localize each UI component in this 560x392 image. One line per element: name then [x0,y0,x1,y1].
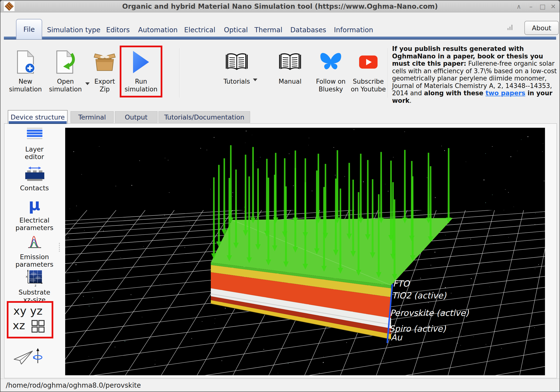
layer-label: Au [391,333,402,342]
menu-item-electrical[interactable]: Electrical [184,26,215,34]
follow-bluesky-button[interactable]: Follow onBluesky [310,47,352,98]
tab-device-structure[interactable]: Device structure [8,110,68,124]
toolbar-separator [179,48,180,98]
citation-bold-end2: work [392,97,410,104]
simulation-path: /home/rod/oghma/oghma8.0/perovskite [6,381,141,389]
rotate-axis-icon [32,348,44,365]
menu-item-simulation-type[interactable]: Simulation type [47,26,100,34]
menu-underline [4,37,556,40]
document-open-icon [55,50,76,74]
citation-bold-mid: along with these [424,90,486,97]
two-papers-link[interactable]: two papers [486,90,525,97]
layer-label: TiO2 (active) [392,291,447,300]
sidebar-item-emission-parameters[interactable]: Emissionparameters [4,253,65,268]
youtube-icon [359,55,378,69]
fly-scene-button[interactable] [12,350,33,366]
sidebar-splitter-handle[interactable] [59,242,60,253]
run-simulation-highlight [120,46,162,98]
menu-item-editors[interactable]: Editors [106,26,130,34]
svg-text:z: z [35,284,36,287]
menu-item-thermal[interactable]: Thermal [254,26,282,34]
book-icon [226,53,248,71]
tutorials-button[interactable]: Tutorials [216,47,257,98]
menu-tab-file[interactable]: File [16,19,42,39]
window-title: Organic and hybrid Material Nano Simulat… [0,2,560,10]
layer-label: FTO [393,279,410,289]
layer-label: Perovskite (active) [390,308,469,318]
menu-item-databases[interactable]: Databases [290,26,326,34]
selected-tab-indicator [9,121,67,124]
tab-output[interactable]: Output [115,111,158,123]
substrate-xz-icon[interactable]: x z [25,269,44,289]
title-bar[interactable]: Organic and hybrid Material Nano Simulat… [0,0,560,12]
manual-button[interactable]: Manual [270,47,311,98]
contacts-icon[interactable] [24,166,45,183]
export-zip-button[interactable]: ExportZip [87,47,123,98]
paper-plane-icon [12,350,33,365]
view-buttons-highlight [7,301,53,338]
device-3d-scene: FTOTiO2 (active)Perovskite (active)Spiro… [65,128,545,375]
sidebar-item-electrical-parameters[interactable]: Electricalparameters [4,216,65,231]
new-simulation-button[interactable]: Newsimulation [5,47,46,98]
book-icon [279,53,301,71]
menu-item-automation[interactable]: Automation [138,26,178,34]
toolbar-separator [388,48,388,98]
shade-button[interactable]: ∧ [514,3,524,10]
tab-terminal[interactable]: Terminal [70,111,114,123]
layer-label: Spiro (active) [389,324,446,333]
citation-panel: If you publish results generated with Og… [392,45,559,104]
tutorials-dropdown-caret-icon[interactable] [253,79,257,81]
maximize-button[interactable]: □ [538,3,548,10]
tab-tutorials-documentation[interactable]: Tutorials/Documentation [159,111,250,123]
box-icon [93,52,116,72]
layer-editor-icon[interactable] [26,128,43,141]
open-simulation-button[interactable]: Opensimulation [45,47,86,98]
close-button[interactable]: ✕ [548,3,558,10]
sidebar-item-contacts[interactable]: Contacts [4,184,65,192]
minimize-button[interactable]: – [526,3,536,10]
status-bar: /home/rod/oghma/oghma8.0/perovskite [0,379,560,392]
menu-item-information[interactable]: Information [334,26,373,34]
rotate-scene-button[interactable] [32,348,44,366]
svg-text:x: x [26,275,28,278]
bluesky-butterfly-icon [319,52,342,72]
sidebar-item-layer-editor[interactable]: Layereditor [4,145,65,161]
document-plus-icon [16,50,35,74]
citation-period: . [410,97,411,104]
subscribe-youtube-button[interactable]: Subscribeon Youtube [347,47,390,98]
menu-item-optical[interactable]: Optical [224,26,248,34]
citation-bold-end: in your [525,90,552,97]
mu-icon[interactable]: μ [4,197,65,212]
about-button[interactable]: About [524,21,559,35]
signal-bars-icon [507,25,514,30]
emission-spectrum-icon[interactable] [27,235,42,250]
3d-viewport[interactable]: FTOTiO2 (active)Perovskite (active)Spiro… [65,128,545,375]
app-window: Organic and hybrid Material Nano Simulat… [0,0,560,392]
